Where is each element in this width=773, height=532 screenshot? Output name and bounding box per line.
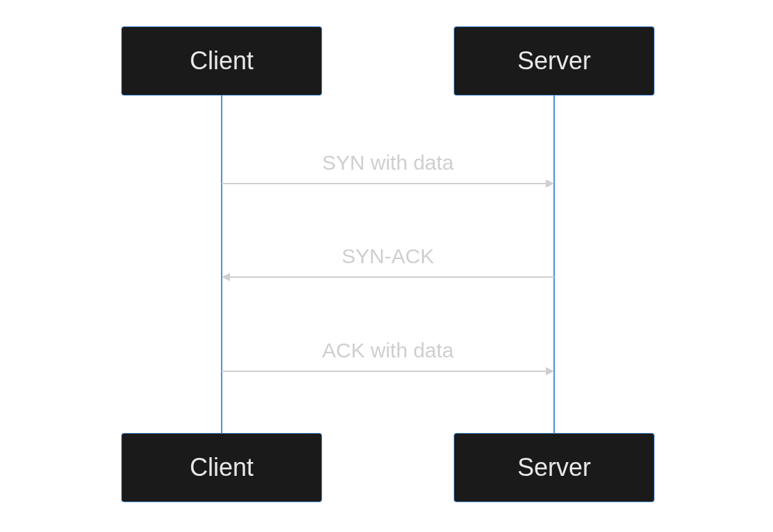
actor-server-top-label: Server bbox=[517, 46, 591, 76]
message-1-arrow bbox=[222, 179, 554, 193]
svg-marker-5 bbox=[546, 367, 554, 375]
actor-client-top: Client bbox=[121, 26, 322, 96]
actor-client-top-label: Client bbox=[190, 46, 254, 76]
actor-client-bottom: Client bbox=[121, 433, 322, 502]
svg-marker-3 bbox=[222, 273, 230, 281]
actor-server-bottom: Server bbox=[454, 433, 655, 502]
actor-client-bottom-label: Client bbox=[190, 453, 254, 482]
actor-server-bottom-label: Server bbox=[517, 453, 591, 482]
actor-server-top: Server bbox=[454, 26, 655, 96]
message-1-label: SYN with data bbox=[215, 151, 561, 175]
message-2-label: SYN-ACK bbox=[215, 245, 561, 268]
message-3-label: ACK with data bbox=[215, 339, 561, 362]
svg-marker-1 bbox=[546, 179, 554, 188]
sequence-diagram: Client Server SYN with data SYN-ACK ACK … bbox=[0, 0, 773, 532]
message-2-arrow bbox=[222, 272, 554, 286]
message-3-arrow bbox=[222, 366, 554, 380]
